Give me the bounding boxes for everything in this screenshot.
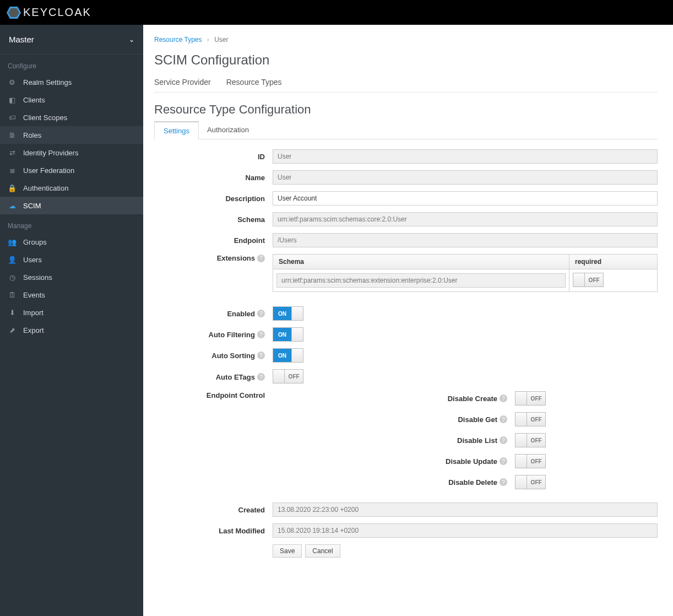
created-field [273,502,658,517]
auto-sorting-toggle[interactable]: ON [273,348,303,363]
sidebar-item-client-scopes[interactable]: 🏷Client Scopes [0,109,143,126]
cancel-button[interactable]: Cancel [305,544,340,558]
label-extensions: Extensions [217,254,255,262]
sidebar-item-import[interactable]: ⬇Import [0,304,143,321]
calendar-icon: 🗓 [8,290,17,299]
label-disable-update: Disable Update [446,457,497,466]
enabled-toggle[interactable]: ON [273,306,303,321]
toggle-knob [515,413,527,426]
help-icon[interactable]: ? [257,373,265,381]
toggle-knob [515,434,527,447]
sliders-icon: ⚙ [8,78,17,87]
sidebar-item-identity-providers[interactable]: ⇄Identity Providers [0,144,143,161]
ext-header-required: required [569,255,658,269]
section-title: Resource Type Configuration [154,102,658,117]
toggle-knob [291,307,303,320]
auto-filtering-toggle[interactable]: ON [273,327,303,342]
sidebar-item-label: SCIM [23,202,41,210]
label-disable-create: Disable Create [448,395,497,403]
label-endpoint: Endpoint [234,236,265,245]
sidebar-item-label: Client Scopes [23,114,67,122]
save-button[interactable]: Save [273,544,302,558]
sidebar-item-sessions[interactable]: ◷Sessions [0,268,143,286]
subtabs: Service Provider Resource Types [154,73,658,93]
help-icon[interactable]: ? [257,352,265,359]
sidebar-item-events[interactable]: 🗓Events [0,286,143,304]
disable-update-toggle[interactable]: OFF [515,454,546,468]
label-auto-filtering: Auto Filtering [209,331,256,339]
help-icon[interactable]: ? [257,310,265,317]
toggle-off-label: OFF [527,392,545,405]
toggle-off-label: OFF [527,455,545,468]
help-icon[interactable]: ? [257,331,265,338]
keycloak-logo-icon [7,7,21,19]
realm-selector[interactable]: Master ⌄ [0,25,143,54]
lock-icon: 🔒 [8,183,17,192]
tab-settings[interactable]: Settings [154,121,199,139]
sidebar-item-label: Groups [23,238,47,246]
label-auto-etags: Auto ETags [216,373,255,381]
sidebar-item-authentication[interactable]: 🔒Authentication [0,179,143,197]
breadcrumb-root[interactable]: Resource Types [154,36,202,44]
name-field [273,170,658,185]
extensions-table: Schema required OFF [273,254,658,292]
cube-icon: ◧ [8,95,17,104]
sidebar-item-export[interactable]: ⬈Export [0,321,143,339]
exchange-icon: ⇄ [8,148,17,157]
cloud-icon: ☁ [8,201,17,210]
help-icon[interactable]: ? [500,457,507,465]
section-label-configure: Configure [0,55,143,73]
disable-create-toggle[interactable]: OFF [515,391,546,406]
toggle-off-label: OFF [527,434,545,447]
help-icon[interactable]: ? [500,415,507,423]
page-title: SCIM Configuration [154,52,658,68]
sidebar-item-label: Events [23,291,45,299]
main-content: Resource Types › User SCIM Configuration… [143,25,673,616]
toggle-knob [515,455,527,468]
toggle-on-label: ON [273,349,291,362]
sidebar: Master ⌄ Configure ⚙Realm Settings ◧Clie… [0,25,143,616]
sidebar-item-label: Export [23,326,44,334]
toggle-on-label: ON [273,307,291,320]
label-name: Name [246,174,265,182]
subtab-resource-types[interactable]: Resource Types [226,73,282,92]
brand-logo[interactable]: KEYCLOAK [7,6,91,19]
sidebar-item-label: Import [23,309,44,317]
toggle-knob [291,349,303,362]
toggle-knob [573,273,585,287]
sidebar-item-realm-settings[interactable]: ⚙Realm Settings [0,73,143,91]
help-icon[interactable]: ? [500,436,507,444]
disable-delete-toggle[interactable]: OFF [515,475,546,489]
tab-authorization[interactable]: Authorization [198,121,258,139]
help-icon[interactable]: ? [500,478,507,486]
schema-field [273,212,658,226]
breadcrumb: Resource Types › User [154,36,658,44]
brand-text: KEYCLOAK [23,6,91,19]
disable-get-toggle[interactable]: OFF [515,412,546,426]
sidebar-item-label: Sessions [23,273,52,282]
sidebar-item-label: Clients [23,96,45,104]
sidebar-item-user-federation[interactable]: ≣User Federation [0,161,143,179]
sidebar-item-groups[interactable]: 👥Groups [0,233,143,251]
ext-required-toggle[interactable]: OFF [573,273,604,287]
ext-header-schema: Schema [273,255,569,269]
id-field [273,149,658,164]
sidebar-item-label: Realm Settings [23,78,72,87]
sidebar-item-users[interactable]: 👤Users [0,251,143,268]
disable-list-toggle[interactable]: OFF [515,433,546,447]
group-icon: 👥 [8,237,17,246]
auto-etags-toggle[interactable]: OFF [273,369,303,383]
sidebar-item-roles[interactable]: 🗎Roles [0,126,143,144]
toggle-knob [515,475,527,489]
table-row: OFF [273,269,658,292]
chevron-down-icon: ⌄ [129,36,134,44]
help-icon[interactable]: ? [257,255,265,262]
label-disable-delete: Disable Delete [448,478,497,487]
help-icon[interactable]: ? [500,395,507,402]
sidebar-item-clients[interactable]: ◧Clients [0,91,143,109]
section-label-manage: Manage [0,214,143,233]
sidebar-item-scim[interactable]: ☁SCIM [0,197,143,214]
user-icon: 👤 [8,255,17,264]
description-field[interactable] [273,191,658,206]
subtab-service-provider[interactable]: Service Provider [154,73,211,92]
